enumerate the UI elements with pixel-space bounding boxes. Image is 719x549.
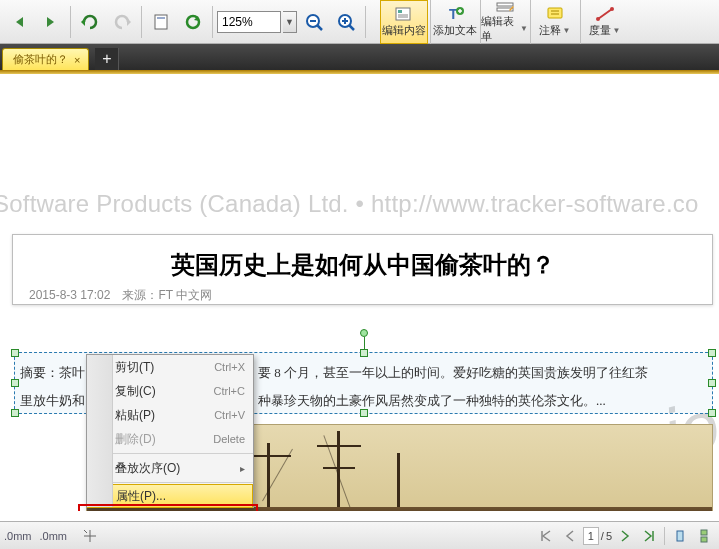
tab-title: 偷茶叶的？ — [13, 52, 68, 67]
svg-line-5 — [317, 25, 322, 30]
resize-handle-nw[interactable] — [11, 349, 19, 357]
fit-page-button[interactable] — [146, 4, 176, 40]
edit-form-label: 编辑表单 — [481, 14, 518, 44]
body-text-line1b: 要 8 个月，甚至一年以上的时间。爱好吃糖的英国贵族发明了往红茶 — [258, 364, 648, 382]
status-bar: .0mm .0mm 1 / 5 — [0, 521, 719, 549]
page-total: 5 — [606, 530, 612, 542]
tab-close-icon[interactable]: × — [74, 54, 80, 66]
back-button[interactable] — [4, 4, 34, 40]
resize-handle-e[interactable] — [708, 379, 716, 387]
body-text-line2a: 里放牛奶和 — [20, 392, 85, 410]
body-text-line2b: 种暴珍天物的土豪作风居然变成了一种独特的英伦茶文化。... — [258, 392, 606, 410]
last-page-button[interactable] — [638, 526, 660, 546]
resize-handle-ne[interactable] — [708, 349, 716, 357]
layout-continuous-button[interactable] — [693, 526, 715, 546]
document-tab[interactable]: 偷茶叶的？ × — [2, 48, 89, 70]
main-toolbar: 125% ▼ 编辑内容 T 添加文本 编辑表单▼ 注释▼ 度量▼ — [0, 0, 719, 44]
undo-button[interactable] — [75, 4, 105, 40]
comment-icon — [545, 6, 565, 22]
edit-form-icon — [495, 0, 515, 13]
redo-button[interactable] — [107, 4, 137, 40]
svg-rect-44 — [677, 531, 683, 541]
svg-rect-45 — [701, 530, 707, 535]
svg-rect-46 — [701, 537, 707, 542]
body-text-line1a: 摘要：茶叶 — [20, 364, 85, 382]
svg-rect-11 — [398, 10, 402, 13]
add-text-label: 添加文本 — [433, 23, 477, 38]
svg-rect-1 — [157, 17, 165, 19]
measure-button[interactable]: 度量▼ — [580, 0, 628, 44]
comment-button[interactable]: 注释▼ — [530, 0, 578, 44]
layout-single-button[interactable] — [669, 526, 691, 546]
zoom-input[interactable]: 125% — [217, 11, 281, 33]
edit-content-button[interactable]: 编辑内容 — [380, 0, 428, 44]
add-text-button[interactable]: T 添加文本 — [430, 0, 478, 44]
document-viewport[interactable]: cker Software Products (Canada) Ltd. • h… — [0, 74, 719, 511]
prev-page-button[interactable] — [559, 526, 581, 546]
svg-rect-20 — [548, 8, 562, 18]
document-page: 英国历史上是如何从中国偷茶叶的？ 2015-8-3 17:02 来源：FT 中文… — [12, 234, 713, 305]
page-sep: / — [601, 530, 604, 542]
forward-button[interactable] — [36, 4, 66, 40]
page-title: 英国历史上是如何从中国偷茶叶的？ — [29, 247, 696, 287]
svg-rect-18 — [497, 3, 513, 6]
cursor-pos-icon[interactable] — [79, 526, 101, 546]
svg-line-41 — [84, 530, 87, 533]
svg-line-23 — [598, 9, 612, 19]
next-page-button[interactable] — [614, 526, 636, 546]
edit-content-icon — [394, 6, 414, 22]
status-height: .0mm — [40, 530, 68, 542]
refresh-button[interactable] — [178, 4, 208, 40]
page-number-input[interactable]: 1 — [583, 527, 599, 545]
measure-label: 度量 — [589, 23, 611, 38]
context-menu: 剪切(T)Ctrl+X 复制(C)Ctrl+C 粘贴(P)Ctrl+V 删除(D… — [86, 354, 254, 508]
svg-line-9 — [349, 25, 354, 30]
zoom-in-button[interactable] — [331, 4, 361, 40]
svg-rect-10 — [396, 8, 410, 20]
edit-content-label: 编辑内容 — [382, 23, 426, 38]
comment-label: 注释 — [539, 23, 561, 38]
tab-strip: 偷茶叶的？ × + — [0, 44, 719, 70]
resize-handle-se[interactable] — [708, 409, 716, 417]
page-meta: 2015-8-3 17:02 来源：FT 中文网 — [29, 287, 696, 304]
svg-point-24 — [596, 17, 600, 21]
measure-icon — [595, 6, 615, 22]
zoom-out-button[interactable] — [299, 4, 329, 40]
add-tab-button[interactable]: + — [95, 48, 119, 70]
resize-handle-s[interactable] — [360, 409, 368, 417]
status-width: .0mm — [4, 530, 32, 542]
zoom-dropdown[interactable]: ▼ — [283, 11, 297, 33]
add-text-icon: T — [445, 6, 465, 22]
svg-point-25 — [610, 7, 614, 11]
edit-form-button[interactable]: 编辑表单▼ — [480, 0, 528, 44]
resize-handle-n[interactable] — [360, 349, 368, 357]
watermark-text: cker Software Products (Canada) Ltd. • h… — [0, 190, 699, 218]
rotate-handle[interactable] — [360, 329, 368, 337]
resize-handle-w[interactable] — [11, 379, 19, 387]
svg-text:T: T — [449, 6, 458, 22]
first-page-button[interactable] — [535, 526, 557, 546]
resize-handle-sw[interactable] — [11, 409, 19, 417]
